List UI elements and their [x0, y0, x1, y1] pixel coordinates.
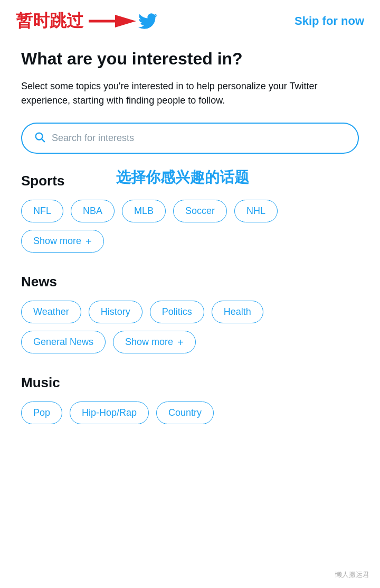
tag-nfl[interactable]: NFL: [21, 200, 63, 222]
header-left: 暂时跳过: [16, 10, 159, 33]
tag-health[interactable]: Health: [212, 301, 263, 323]
page-header: 暂时跳过 Skip for now: [0, 0, 380, 38]
twitter-bird-icon: [136, 12, 159, 31]
sports-show-more-button[interactable]: Show more +: [21, 230, 104, 253]
chinese-label: 暂时跳过: [16, 10, 83, 33]
section-sports: Sports 选择你感兴趣的话题 NFL NBA MLB Soccer NHL …: [21, 173, 359, 253]
search-input[interactable]: [52, 133, 346, 144]
search-icon: [34, 131, 45, 145]
news-plus-icon: +: [177, 337, 184, 348]
music-tags: Pop Hip-Hop/Rap Country: [21, 402, 359, 424]
sports-section-title: Sports: [21, 173, 359, 189]
news-show-more-label: Show more: [125, 337, 173, 348]
sports-extra-tags: Show more +: [21, 230, 359, 253]
tag-nhl[interactable]: NHL: [234, 200, 278, 222]
tag-soccer[interactable]: Soccer: [173, 200, 227, 222]
tag-pop[interactable]: Pop: [21, 402, 62, 424]
tag-nba[interactable]: NBA: [71, 200, 115, 222]
tag-country[interactable]: Country: [156, 402, 214, 424]
tag-general-news[interactable]: General News: [21, 331, 106, 353]
arrow-bird-group: [89, 10, 159, 33]
section-news: News Weather History Politics Health Gen…: [21, 274, 359, 353]
skip-link[interactable]: Skip for now: [294, 14, 364, 28]
search-bar[interactable]: [21, 123, 359, 154]
tag-weather[interactable]: Weather: [21, 301, 81, 323]
main-content: What are you interested in? Select some …: [0, 38, 380, 461]
page-title: What are you interested in?: [21, 49, 359, 69]
tag-mlb[interactable]: MLB: [122, 200, 166, 222]
arrow-icon: [89, 10, 136, 33]
sports-show-more-label: Show more: [33, 236, 81, 247]
tag-history[interactable]: History: [89, 301, 142, 323]
news-show-more-button[interactable]: Show more +: [113, 331, 196, 353]
music-section-title: Music: [21, 375, 359, 391]
tag-politics[interactable]: Politics: [150, 301, 204, 323]
watermark: 懒人搬运君: [335, 570, 369, 580]
sports-tags: NFL NBA MLB Soccer NHL: [21, 200, 359, 222]
svg-marker-1: [115, 15, 136, 27]
page-description: Select some topics you're interested in …: [21, 79, 359, 108]
section-music: Music Pop Hip-Hop/Rap Country: [21, 375, 359, 424]
news-tags-row2: General News Show more +: [21, 331, 359, 353]
plus-icon: +: [86, 236, 92, 247]
tag-hiphop[interactable]: Hip-Hop/Rap: [70, 402, 149, 424]
news-tags-row1: Weather History Politics Health: [21, 301, 359, 323]
svg-line-3: [42, 139, 44, 142]
news-section-title: News: [21, 274, 359, 290]
